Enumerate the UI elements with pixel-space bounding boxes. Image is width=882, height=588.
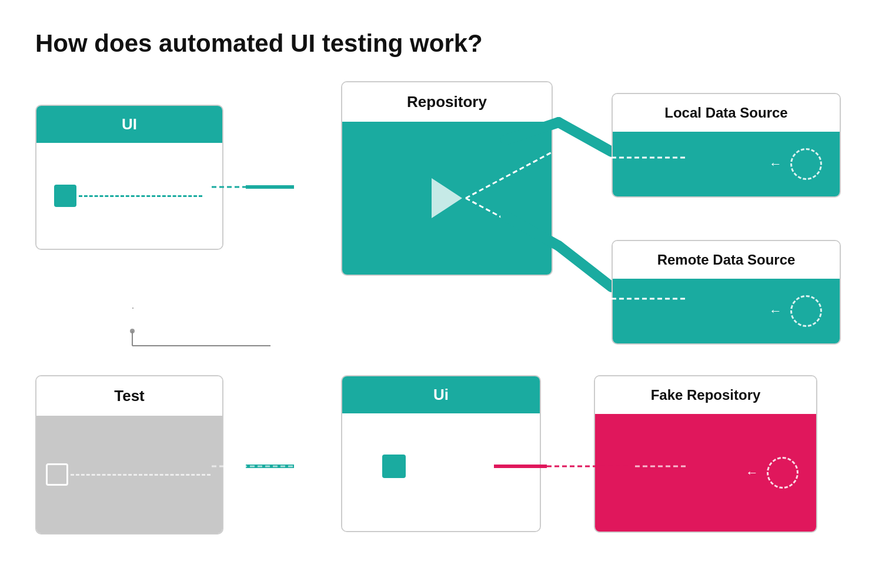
page: How does automated UI testing work? UI R… — [0, 0, 882, 588]
svg-line-4 — [559, 122, 612, 152]
test-box-header: Test — [36, 376, 222, 416]
remote-dashed-circle — [790, 295, 822, 327]
svg-line-3 — [506, 122, 559, 140]
local-data-source-header: Local Data Source — [613, 94, 840, 132]
fake-repo-arrow-icon: ← — [746, 465, 759, 480]
fake-repo-dashed-circle — [767, 457, 799, 489]
local-data-source-body: ← — [613, 132, 840, 196]
local-data-source-box: Local Data Source ← — [612, 93, 841, 198]
fake-repo-header: Fake Repository — [595, 376, 816, 414]
page-title: How does automated UI testing work? — [35, 29, 847, 58]
remote-arrow-icon: ← — [769, 303, 782, 319]
test-box-body — [36, 416, 222, 533]
remote-data-source-header: Remote Data Source — [613, 241, 840, 279]
svg-line-5 — [506, 216, 559, 246]
ui2-box-header: Ui — [342, 376, 540, 413]
ui2-connector-square — [382, 455, 406, 478]
fake-repo-body: ← — [595, 414, 816, 532]
ui2-box-body — [342, 413, 540, 531]
arrow-down-svg — [35, 328, 270, 381]
remote-data-source-box: Remote Data Source ← — [612, 240, 841, 345]
arrow-down-section — [35, 328, 270, 381]
fake-repo-box: Fake Repository ← — [594, 375, 817, 533]
test-hollow-square — [46, 463, 68, 486]
ui2-box: Ui — [341, 375, 541, 532]
test-box: Test — [35, 375, 223, 534]
arrow-down-connector — [132, 308, 133, 309]
local-dashed-circle — [790, 148, 822, 180]
remote-data-source-body: ← — [613, 279, 840, 343]
local-arrow-icon: ← — [769, 156, 782, 172]
svg-line-6 — [559, 246, 612, 287]
